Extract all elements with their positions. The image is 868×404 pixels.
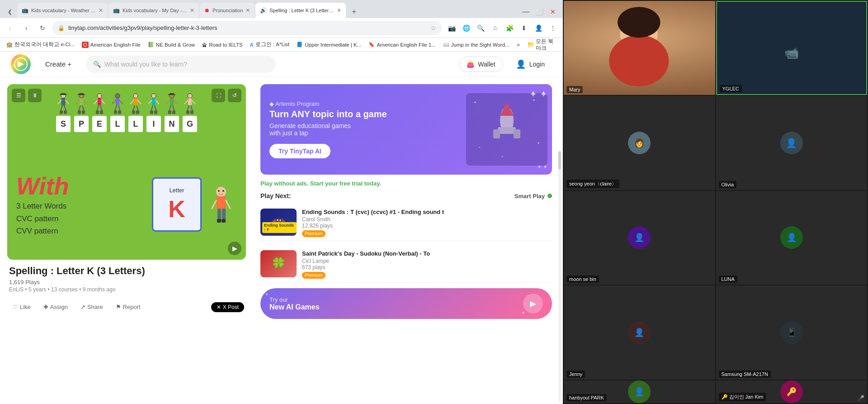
bookmark-8-favicon: 📖: [443, 42, 449, 48]
smart-play-badge: Smart Play: [514, 193, 552, 200]
bookmark-2[interactable]: O American English File: [79, 41, 143, 49]
forward-button[interactable]: ›: [20, 22, 33, 34]
menu-control[interactable]: ☰: [12, 89, 25, 102]
svg-rect-44: [136, 110, 139, 114]
with-text: With: [16, 172, 143, 200]
translate-icon[interactable]: 🌐: [460, 22, 472, 34]
share-button[interactable]: ↗ Share: [77, 302, 107, 312]
bookmark-3[interactable]: 📗 NE Build & Grow: [145, 41, 198, 48]
bookmarks-more[interactable]: »: [514, 40, 523, 49]
bookmark-5-favicon: A: [250, 42, 254, 48]
address-bar[interactable]: 🔒 tinytap.com/activities/g3pv9/play/spel…: [52, 21, 442, 35]
smart-play-dot: [547, 194, 552, 198]
bookmark-8-label: Jump in the Sight Word...: [451, 42, 509, 48]
star-icon[interactable]: ☆: [489, 22, 501, 34]
back-button[interactable]: ‹: [4, 22, 16, 34]
moonsebin-name: moon se bin: [566, 276, 599, 283]
create-button[interactable]: Create +: [38, 57, 79, 71]
game-desc-2: CVC pattern: [16, 213, 143, 225]
game-action-top: ⛶ ↺: [212, 89, 241, 102]
figure-i: I: [146, 93, 162, 132]
bookmark-4[interactable]: 🛣 Road to IELTS: [199, 41, 245, 48]
bookmarks-folder[interactable]: 📁 모든 북마크: [524, 38, 559, 52]
tinytap-logo[interactable]: [11, 54, 31, 74]
bookmark-8[interactable]: 📖 Jump in the Sight Word...: [440, 41, 512, 48]
svg-rect-62: [168, 94, 175, 95]
game-controls: ☰ ⏸: [12, 89, 42, 102]
pause-control[interactable]: ⏸: [28, 89, 42, 102]
video-cell-yglec: 📹 YGLEC: [716, 1, 868, 95]
folder-icon: 📁: [527, 41, 534, 48]
tab-3[interactable]: ⏺ Pronunciation ✕: [200, 3, 255, 18]
rec-plays-1: 12,826 plays: [302, 223, 552, 229]
tab-4[interactable]: 🔊 Spelling : Letter K (3 Letters) Fre ✕: [255, 3, 346, 18]
ai-games-subtitle: New AI Games: [269, 303, 518, 311]
wallet-button[interactable]: 👛 Wallet: [459, 57, 503, 72]
svg-text:📹: 📹: [784, 46, 799, 60]
tab-2-close[interactable]: ✕: [190, 7, 194, 14]
tab-3-close[interactable]: ✕: [245, 7, 250, 14]
svg-rect-12: [80, 98, 83, 105]
bookmark-7[interactable]: 🔖 American English File 1...: [366, 41, 438, 48]
profile-icon[interactable]: 👤: [532, 22, 545, 34]
ai-dec-tl: ✦: [265, 292, 269, 297]
ai-play-button[interactable]: ▶: [523, 294, 543, 314]
tab-4-close[interactable]: ✕: [337, 7, 341, 14]
moonsebin-avatar: 👤: [628, 226, 651, 249]
restore-btn[interactable]: ⬜: [533, 5, 546, 18]
svg-point-71: [216, 187, 226, 197]
fullscreen-icon[interactable]: ⛶: [212, 89, 225, 102]
heart-icon: ♡: [13, 304, 18, 310]
extension-icon[interactable]: 🧩: [503, 22, 516, 34]
rec-card-2[interactable]: 🍀 Saint Patrick's Day - Sudoku (Non-Verb…: [260, 247, 552, 283]
tab-group-arrow[interactable]: ❮: [4, 5, 16, 18]
close-btn[interactable]: ✕: [547, 5, 559, 18]
rec-thumb-2-emoji: 🍀: [271, 257, 287, 271]
svg-line-40: [137, 100, 141, 104]
ai-games-title: Try our: [269, 296, 518, 303]
svg-rect-8: [64, 110, 67, 114]
game-stats: 1,619 Plays: [9, 279, 244, 285]
video-cell-jenny: 👤 Jenny: [564, 285, 715, 380]
rec-plays-2: 673 plays: [302, 264, 552, 271]
game-desc-3: CVV pattern: [16, 225, 143, 237]
bookmark-icon[interactable]: ☆: [430, 24, 436, 32]
game-next-button[interactable]: ▶: [228, 242, 241, 255]
minimize-btn[interactable]: —: [519, 5, 532, 18]
scroll-thumb[interactable]: [558, 151, 561, 169]
ad-try-button[interactable]: Try TinyTap AI: [269, 144, 330, 158]
bookmark-5[interactable]: A 로그인 : A*List: [247, 40, 292, 49]
share-label: Share: [87, 304, 103, 310]
svg-line-14: [83, 100, 87, 104]
scrollbar[interactable]: [558, 151, 561, 402]
menu-icon[interactable]: ⋮: [547, 22, 559, 34]
bookmark-6[interactable]: 📘 Upper Intermediate | K...: [294, 41, 364, 48]
svg-line-32: [119, 100, 123, 104]
tab-1[interactable]: 📺 Kids vocabulary - Weather - How's t ✕: [17, 3, 108, 18]
search-bar[interactable]: 🔍 What would you like to learn?: [86, 56, 276, 73]
bookmarks-bar: 🏫 한국외국어 대학교 e-Cl... O American English F…: [0, 38, 563, 52]
tab-2[interactable]: 📺 Kids vocabulary - My Day - Daily Ro ✕: [108, 3, 199, 18]
lock-icon: 🔒: [58, 25, 65, 31]
refresh-icon[interactable]: ↺: [228, 89, 241, 102]
try-ai-games-banner[interactable]: ✦ ✦ Try our New AI Games ▶: [260, 288, 552, 319]
reload-button[interactable]: ↻: [36, 22, 49, 34]
stick-figure-p: [73, 93, 90, 115]
svg-rect-70: [190, 110, 193, 114]
bookmark-1[interactable]: 🏫 한국외국어 대학교 e-Cl...: [4, 40, 77, 49]
assign-button[interactable]: ✚ Assign: [40, 302, 71, 312]
cast-icon[interactable]: 📷: [445, 22, 458, 34]
x-post-button[interactable]: ✕ X Post: [211, 302, 244, 312]
svg-line-47: [148, 100, 152, 104]
report-button[interactable]: ⚑ Report: [112, 302, 144, 312]
like-button[interactable]: ♡ Like: [9, 302, 34, 312]
new-tab-button[interactable]: +: [347, 5, 361, 18]
login-button[interactable]: 👤 Login: [509, 56, 552, 73]
rec-card-1[interactable]: 🦇 Ending Sounds : T Ending Sounds : T (c…: [260, 205, 552, 241]
rec-title-1: Ending Sounds : T (cvc) (ccvc) #1 - Endi…: [302, 209, 552, 215]
search-icon[interactable]: 🔍: [474, 22, 487, 34]
tab-1-close[interactable]: ✕: [99, 7, 103, 14]
mary-video-feed: [564, 1, 715, 95]
download-icon[interactable]: ⬇: [518, 22, 530, 34]
stick-figure-l1: [109, 93, 126, 115]
